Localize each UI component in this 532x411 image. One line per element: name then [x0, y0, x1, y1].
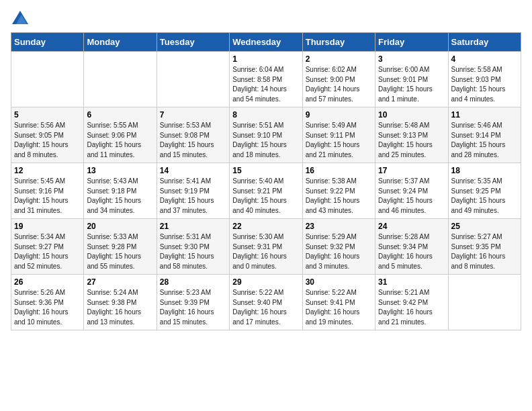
day-info: Sunrise: 5:27 AMSunset: 9:35 PMDaylight:… [451, 232, 518, 271]
day-number: 31 [378, 277, 445, 287]
day-number: 6 [87, 110, 153, 120]
day-info: Sunrise: 5:58 AMSunset: 9:03 PMDaylight:… [451, 65, 518, 104]
calendar-cell: 4Sunrise: 5:58 AMSunset: 9:03 PMDaylight… [448, 52, 521, 107]
day-info: Sunrise: 5:49 AMSunset: 9:11 PMDaylight:… [306, 121, 372, 160]
calendar-week-row: 5Sunrise: 5:56 AMSunset: 9:05 PMDaylight… [11, 107, 521, 163]
day-info: Sunrise: 5:29 AMSunset: 9:32 PMDaylight:… [306, 232, 372, 271]
calendar-week-row: 19Sunrise: 5:34 AMSunset: 9:27 PMDayligh… [11, 219, 521, 275]
day-number: 15 [232, 166, 299, 175]
day-number: 8 [232, 110, 299, 120]
day-info: Sunrise: 5:23 AMSunset: 9:39 PMDaylight:… [160, 288, 226, 327]
calendar-cell: 13Sunrise: 5:43 AMSunset: 9:18 PMDayligh… [84, 163, 157, 219]
day-info: Sunrise: 5:24 AMSunset: 9:38 PMDaylight:… [87, 288, 153, 327]
day-info: Sunrise: 5:22 AMSunset: 9:41 PMDaylight:… [306, 288, 372, 327]
calendar-week-row: 1Sunrise: 6:04 AMSunset: 8:58 PMDaylight… [11, 52, 521, 107]
day-info: Sunrise: 5:51 AMSunset: 9:10 PMDaylight:… [232, 121, 299, 160]
day-number: 19 [14, 222, 81, 231]
day-info: Sunrise: 6:04 AMSunset: 8:58 PMDaylight:… [232, 65, 299, 104]
calendar-cell: 21Sunrise: 5:31 AMSunset: 9:30 PMDayligh… [157, 219, 229, 275]
day-number: 11 [451, 110, 518, 120]
day-number: 29 [232, 277, 299, 287]
calendar-cell: 16Sunrise: 5:38 AMSunset: 9:22 PMDayligh… [302, 163, 375, 219]
page-header [11, 11, 521, 24]
day-info: Sunrise: 5:46 AMSunset: 9:14 PMDaylight:… [451, 121, 518, 160]
day-info: Sunrise: 5:28 AMSunset: 9:34 PMDaylight:… [378, 232, 445, 271]
day-info: Sunrise: 5:41 AMSunset: 9:19 PMDaylight:… [160, 177, 226, 216]
calendar-header-row: SundayMondayTuesdayWednesdayThursdayFrid… [11, 33, 521, 52]
calendar-cell: 7Sunrise: 5:53 AMSunset: 9:08 PMDaylight… [157, 107, 229, 163]
day-info: Sunrise: 6:00 AMSunset: 9:01 PMDaylight:… [378, 65, 445, 104]
day-number: 17 [378, 166, 445, 175]
calendar-cell: 20Sunrise: 5:33 AMSunset: 9:28 PMDayligh… [84, 219, 157, 275]
calendar-cell: 30Sunrise: 5:22 AMSunset: 9:41 PMDayligh… [302, 275, 375, 330]
calendar-cell: 3Sunrise: 6:00 AMSunset: 9:01 PMDaylight… [375, 52, 448, 107]
day-info: Sunrise: 5:37 AMSunset: 9:24 PMDaylight:… [378, 177, 445, 216]
day-number: 10 [378, 110, 445, 120]
calendar-cell: 9Sunrise: 5:49 AMSunset: 9:11 PMDaylight… [302, 107, 375, 163]
calendar-cell [157, 52, 229, 107]
day-number: 13 [87, 166, 153, 175]
day-info: Sunrise: 5:35 AMSunset: 9:25 PMDaylight:… [451, 177, 518, 216]
day-info: Sunrise: 5:56 AMSunset: 9:05 PMDaylight:… [14, 121, 81, 160]
calendar-cell: 14Sunrise: 5:41 AMSunset: 9:19 PMDayligh… [157, 163, 229, 219]
day-number: 7 [160, 110, 226, 120]
day-number: 26 [14, 277, 81, 287]
calendar-cell [11, 52, 84, 107]
day-number: 25 [451, 222, 518, 231]
calendar-cell: 22Sunrise: 5:30 AMSunset: 9:31 PMDayligh… [230, 219, 302, 275]
day-number: 24 [378, 222, 445, 231]
day-number: 20 [87, 222, 153, 231]
day-number: 2 [306, 54, 372, 64]
col-header-tuesday: Tuesday [157, 33, 229, 52]
calendar-cell: 25Sunrise: 5:27 AMSunset: 9:35 PMDayligh… [448, 219, 521, 275]
day-info: Sunrise: 5:38 AMSunset: 9:22 PMDaylight:… [306, 177, 372, 216]
col-header-monday: Monday [84, 33, 157, 52]
day-info: Sunrise: 5:33 AMSunset: 9:28 PMDaylight:… [87, 232, 153, 271]
calendar-cell [84, 52, 157, 107]
calendar-cell: 2Sunrise: 6:02 AMSunset: 9:00 PMDaylight… [302, 52, 375, 107]
day-number: 21 [160, 222, 226, 231]
col-header-saturday: Saturday [448, 33, 521, 52]
day-info: Sunrise: 5:48 AMSunset: 9:13 PMDaylight:… [378, 121, 445, 160]
calendar-cell: 1Sunrise: 6:04 AMSunset: 8:58 PMDaylight… [230, 52, 302, 107]
day-number: 28 [160, 277, 226, 287]
calendar-cell: 27Sunrise: 5:24 AMSunset: 9:38 PMDayligh… [84, 275, 157, 330]
day-info: Sunrise: 5:21 AMSunset: 9:42 PMDaylight:… [378, 288, 445, 327]
day-info: Sunrise: 6:02 AMSunset: 9:00 PMDaylight:… [306, 65, 372, 104]
day-number: 22 [232, 222, 299, 231]
calendar-cell: 23Sunrise: 5:29 AMSunset: 9:32 PMDayligh… [302, 219, 375, 275]
col-header-wednesday: Wednesday [230, 33, 302, 52]
day-info: Sunrise: 5:31 AMSunset: 9:30 PMDaylight:… [160, 232, 226, 271]
day-info: Sunrise: 5:30 AMSunset: 9:31 PMDaylight:… [232, 232, 299, 271]
day-number: 23 [306, 222, 372, 231]
day-number: 18 [451, 166, 518, 175]
logo-icon [12, 11, 28, 24]
calendar-cell: 10Sunrise: 5:48 AMSunset: 9:13 PMDayligh… [375, 107, 448, 163]
day-number: 14 [160, 166, 226, 175]
calendar-table: SundayMondayTuesdayWednesdayThursdayFrid… [11, 32, 521, 330]
day-number: 9 [306, 110, 372, 120]
day-number: 1 [232, 54, 299, 64]
day-info: Sunrise: 5:45 AMSunset: 9:16 PMDaylight:… [14, 177, 81, 216]
calendar-cell: 18Sunrise: 5:35 AMSunset: 9:25 PMDayligh… [448, 163, 521, 219]
day-number: 3 [378, 54, 445, 64]
col-header-sunday: Sunday [11, 33, 84, 52]
day-info: Sunrise: 5:40 AMSunset: 9:21 PMDaylight:… [232, 177, 299, 216]
day-info: Sunrise: 5:22 AMSunset: 9:40 PMDaylight:… [232, 288, 299, 327]
col-header-friday: Friday [375, 33, 448, 52]
calendar-cell: 5Sunrise: 5:56 AMSunset: 9:05 PMDaylight… [11, 107, 84, 163]
day-info: Sunrise: 5:26 AMSunset: 9:36 PMDaylight:… [14, 288, 81, 327]
calendar-cell: 19Sunrise: 5:34 AMSunset: 9:27 PMDayligh… [11, 219, 84, 275]
day-number: 12 [14, 166, 81, 175]
calendar-cell: 6Sunrise: 5:55 AMSunset: 9:06 PMDaylight… [84, 107, 157, 163]
calendar-week-row: 12Sunrise: 5:45 AMSunset: 9:16 PMDayligh… [11, 163, 521, 219]
calendar-cell [448, 275, 521, 330]
logo [11, 11, 28, 24]
day-info: Sunrise: 5:53 AMSunset: 9:08 PMDaylight:… [160, 121, 226, 160]
day-info: Sunrise: 5:34 AMSunset: 9:27 PMDaylight:… [14, 232, 81, 271]
calendar-week-row: 26Sunrise: 5:26 AMSunset: 9:36 PMDayligh… [11, 275, 521, 330]
day-info: Sunrise: 5:43 AMSunset: 9:18 PMDaylight:… [87, 177, 153, 216]
calendar-cell: 31Sunrise: 5:21 AMSunset: 9:42 PMDayligh… [375, 275, 448, 330]
day-number: 16 [306, 166, 372, 175]
day-number: 30 [306, 277, 372, 287]
